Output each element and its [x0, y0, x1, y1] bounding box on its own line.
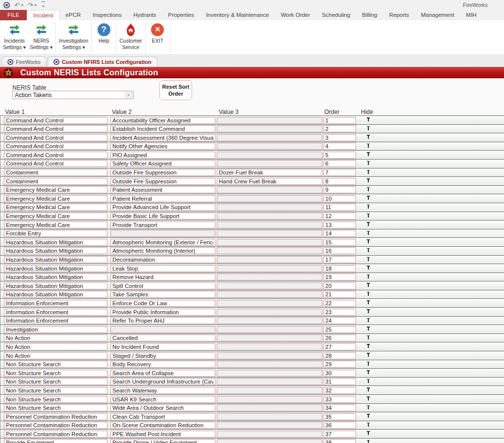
- value1-field[interactable]: [4, 396, 107, 403]
- order-field[interactable]: [323, 309, 356, 316]
- value2-field[interactable]: [110, 239, 215, 246]
- value1-field[interactable]: [4, 439, 107, 443]
- order-field[interactable]: [323, 370, 356, 377]
- value3-field[interactable]: [217, 134, 322, 141]
- value1-field[interactable]: [4, 300, 107, 307]
- value2-field[interactable]: [110, 160, 215, 167]
- value2-field[interactable]: [110, 439, 215, 443]
- value3-field[interactable]: [217, 326, 322, 333]
- combo-dropdown-icon[interactable]: [125, 92, 133, 98]
- value2-field[interactable]: [110, 387, 215, 394]
- value3-field[interactable]: [217, 422, 322, 429]
- hide-checkbox[interactable]: [368, 300, 369, 304]
- value2-field[interactable]: [110, 256, 215, 263]
- value3-field[interactable]: [217, 378, 322, 385]
- value3-field[interactable]: [217, 274, 322, 280]
- file-tab[interactable]: FILE: [0, 10, 27, 20]
- hide-checkbox[interactable]: [368, 423, 369, 427]
- value2-field[interactable]: [110, 370, 215, 377]
- ribbon-tab-management[interactable]: Management: [415, 10, 460, 20]
- value1-field[interactable]: [4, 413, 107, 420]
- value2-field[interactable]: [110, 282, 215, 289]
- ribbon-tab-scheduling[interactable]: Scheduling: [316, 10, 356, 20]
- hide-checkbox[interactable]: [368, 135, 369, 139]
- ribbon-tab-inspections[interactable]: Inspections: [87, 10, 127, 20]
- value3-field[interactable]: [217, 195, 322, 202]
- value2-field[interactable]: [110, 378, 215, 385]
- value3-field[interactable]: [217, 413, 322, 420]
- value1-field[interactable]: [4, 152, 107, 159]
- hide-checkbox[interactable]: [368, 283, 369, 287]
- hide-checkbox[interactable]: [368, 196, 369, 200]
- ribbon-tab-mih[interactable]: MIH: [460, 10, 482, 20]
- order-field[interactable]: [323, 186, 356, 193]
- value3-field[interactable]: [217, 169, 322, 176]
- hide-checkbox[interactable]: [368, 214, 369, 218]
- value2-field[interactable]: [110, 152, 215, 159]
- value3-field[interactable]: [217, 265, 322, 272]
- order-field[interactable]: [323, 117, 356, 124]
- value2-field[interactable]: [110, 186, 215, 193]
- order-field[interactable]: [323, 361, 356, 368]
- hide-checkbox[interactable]: [368, 353, 369, 357]
- value1-field[interactable]: [4, 352, 107, 359]
- value1-field[interactable]: [4, 204, 107, 211]
- value1-field[interactable]: [4, 387, 107, 394]
- value1-field[interactable]: [4, 186, 107, 193]
- value1-field[interactable]: [4, 282, 107, 289]
- value2-field[interactable]: [110, 404, 215, 411]
- hide-checkbox[interactable]: [368, 275, 369, 278]
- order-field[interactable]: [323, 334, 356, 341]
- value1-field[interactable]: [4, 222, 107, 228]
- order-field[interactable]: [323, 291, 356, 298]
- value3-field[interactable]: [217, 439, 322, 443]
- hide-checkbox[interactable]: [368, 239, 369, 243]
- hide-checkbox[interactable]: [368, 144, 369, 148]
- value2-field[interactable]: [110, 178, 215, 185]
- value2-field[interactable]: [110, 326, 215, 333]
- hide-checkbox[interactable]: [368, 222, 369, 226]
- value2-field[interactable]: [110, 213, 215, 220]
- order-field[interactable]: [323, 343, 356, 350]
- order-field[interactable]: [323, 326, 356, 333]
- value3-field[interactable]: [217, 204, 322, 211]
- value3-field[interactable]: [217, 343, 322, 350]
- value3-field[interactable]: [217, 370, 322, 377]
- value1-field[interactable]: [4, 370, 107, 377]
- value3-field[interactable]: [217, 125, 322, 132]
- order-field[interactable]: [323, 404, 356, 411]
- ribbon-tab-properties[interactable]: Properties: [162, 10, 200, 20]
- value1-field[interactable]: [4, 404, 107, 411]
- value1-field[interactable]: [4, 160, 107, 167]
- order-field[interactable]: [323, 247, 356, 254]
- value2-field[interactable]: [110, 230, 215, 237]
- ribbon-tab-incident[interactable]: Incident: [27, 10, 59, 20]
- undo-icon[interactable]: [14, 2, 20, 8]
- value1-field[interactable]: [4, 143, 107, 150]
- value1-field[interactable]: [4, 265, 107, 272]
- order-field[interactable]: [323, 239, 356, 246]
- value2-field[interactable]: [110, 291, 215, 298]
- order-field[interactable]: [323, 169, 356, 176]
- order-field[interactable]: [323, 204, 356, 211]
- hide-checkbox[interactable]: [368, 318, 369, 322]
- hide-checkbox[interactable]: [368, 178, 369, 182]
- value3-field[interactable]: [217, 117, 322, 124]
- ribbon-tab-inventory-maintenance[interactable]: Inventory & Maintenance: [200, 10, 275, 20]
- value3-field[interactable]: [217, 334, 322, 341]
- order-field[interactable]: [323, 396, 356, 403]
- hide-checkbox[interactable]: [368, 327, 369, 331]
- value2-field[interactable]: [110, 300, 215, 307]
- order-field[interactable]: [323, 413, 356, 420]
- value1-field[interactable]: [4, 117, 107, 124]
- value1-field[interactable]: [4, 309, 107, 316]
- value3-field[interactable]: [217, 291, 322, 298]
- value2-field[interactable]: [110, 309, 215, 316]
- value3-field[interactable]: [217, 352, 322, 359]
- hide-checkbox[interactable]: [368, 187, 369, 191]
- hide-checkbox[interactable]: [368, 266, 369, 270]
- document-tab-custom-nfirs-lists-configuration[interactable]: Custom NFIRS Lists Configuration: [48, 56, 157, 67]
- value2-field[interactable]: [110, 274, 215, 280]
- hide-checkbox[interactable]: [368, 170, 369, 174]
- value1-field[interactable]: [4, 422, 107, 429]
